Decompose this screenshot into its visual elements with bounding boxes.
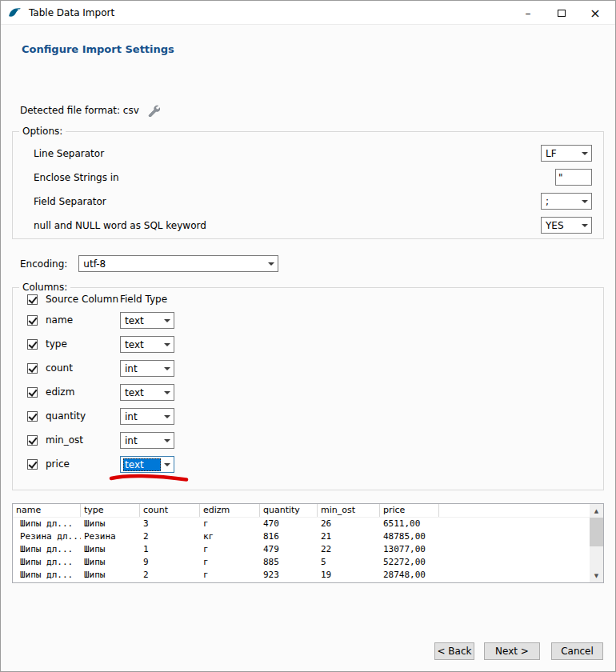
field-separator-select[interactable]: ; [541, 193, 592, 210]
preview-header-price[interactable]: price [380, 504, 439, 517]
column-checkbox[interactable] [27, 315, 38, 326]
window-controls: – × [511, 1, 612, 25]
columns-header-row: Source Column Field Type [27, 293, 592, 307]
cell-quantity: 885 [260, 556, 318, 569]
field-type-value: int [123, 410, 161, 423]
enclose-strings-input[interactable] [555, 169, 592, 186]
field-type-select[interactable]: text [120, 384, 174, 401]
wrench-icon[interactable] [147, 104, 160, 117]
column-checkbox[interactable] [27, 459, 38, 470]
field-type-select[interactable]: text [120, 336, 174, 353]
cell-type: Резина [81, 530, 140, 543]
column-name-label: price [46, 456, 70, 473]
chevron-down-icon [582, 200, 588, 203]
cancel-button[interactable]: Cancel [551, 642, 603, 660]
preview-header-min-ost[interactable]: min_ost [318, 504, 380, 517]
line-separator-select[interactable]: LF [541, 145, 592, 162]
table-row[interactable]: Шипы дл... Шипы 3 г 470 26 6511,00 [13, 518, 590, 530]
field-type-select[interactable]: text [120, 312, 174, 329]
scroll-up-icon[interactable]: ▲ [590, 504, 603, 518]
cell-quantity: 923 [260, 569, 318, 582]
cell-edizm: кг [200, 530, 260, 543]
field-type-select[interactable]: int [120, 360, 174, 377]
cell-min-ost: 19 [318, 569, 380, 582]
preview-header-count[interactable]: count [140, 504, 200, 517]
cell-type: Шипы [81, 556, 140, 569]
chevron-down-icon [164, 439, 170, 442]
cell-min-ost: 22 [318, 543, 380, 556]
vertical-scrollbar[interactable]: ▲ ▼ [590, 504, 603, 582]
column-row-name: name text [27, 312, 592, 329]
field-separator-row: Field Separator ; [34, 193, 592, 210]
field-type-select[interactable]: int [120, 432, 174, 449]
options-group-label: Options: [19, 126, 66, 137]
line-separator-label: Line Separator [34, 148, 104, 159]
column-row-quantity: quantity int [27, 408, 592, 425]
select-all-checkbox[interactable] [27, 294, 38, 305]
maximize-button[interactable] [545, 1, 578, 25]
null-keyword-select[interactable]: YES [541, 217, 592, 234]
column-row-edizm: edizm text [27, 384, 592, 401]
close-button[interactable]: × [578, 1, 612, 25]
wizard-footer: < Back Next > Cancel [434, 642, 603, 660]
column-checkbox[interactable] [27, 411, 38, 422]
page-title: Configure Import Settings [22, 43, 174, 55]
cell-edizm: г [200, 543, 260, 556]
preview-header-quantity[interactable]: quantity [260, 504, 318, 517]
column-row-min-ost: min_ost int [27, 432, 592, 449]
cell-count: 9 [140, 556, 200, 569]
field-type-select-price[interactable]: text [120, 456, 174, 473]
preview-header-edizm[interactable]: edizm [200, 504, 260, 517]
column-checkbox[interactable] [27, 339, 38, 350]
cell-price: 13077,00 [380, 543, 439, 556]
column-checkbox[interactable] [27, 387, 38, 398]
table-row[interactable]: Резина дл... Резина 2 кг 816 21 48785,00 [13, 530, 590, 543]
encoding-select[interactable]: utf-8 [78, 255, 278, 272]
cell-count: 1 [140, 543, 200, 556]
scrollbar-track[interactable] [590, 546, 603, 569]
field-type-value: int [123, 434, 161, 447]
column-checkbox[interactable] [27, 363, 38, 374]
preview-header-type[interactable]: type [81, 504, 140, 517]
scrollbar-thumb[interactable] [590, 518, 603, 546]
cell-filler [439, 518, 590, 530]
next-button[interactable]: Next > [484, 642, 540, 660]
column-name-label: type [46, 336, 67, 353]
cell-type: Шипы [81, 569, 140, 582]
cell-quantity: 816 [260, 530, 318, 543]
title-bar: Table Data Import – × [1, 1, 615, 25]
chevron-down-icon [164, 319, 170, 322]
window-title: Table Data Import [29, 7, 114, 18]
field-type-select[interactable]: int [120, 408, 174, 425]
field-separator-label: Field Separator [34, 196, 106, 207]
line-separator-row: Line Separator LF [34, 145, 592, 162]
cell-price: 6511,00 [380, 518, 439, 530]
columns-group: Columns: Source Column Field Type name t… [12, 287, 604, 490]
column-row-count: count int [27, 360, 592, 377]
scroll-down-icon[interactable]: ▼ [590, 569, 603, 582]
column-checkbox[interactable] [27, 435, 38, 446]
cell-quantity: 479 [260, 543, 318, 556]
encoding-label: Encoding: [20, 258, 67, 270]
table-row[interactable]: Шипы дл... Шипы 9 г 885 5 52272,00 [13, 556, 590, 569]
cell-edizm: г [200, 556, 260, 569]
table-row[interactable]: Шипы дл... Шипы 2 г 923 19 28748,00 [13, 569, 590, 582]
back-button[interactable]: < Back [434, 642, 474, 660]
cell-quantity: 470 [260, 518, 318, 530]
enclose-strings-label: Enclose Strings in [34, 172, 119, 183]
cell-min-ost: 26 [318, 518, 380, 530]
table-row[interactable]: Шипы дл... Шипы 1 г 479 22 13077,00 [13, 543, 590, 556]
column-name-label: quantity [46, 408, 86, 425]
column-name-label: min_ost [46, 432, 83, 449]
column-row-price: price text [27, 456, 592, 473]
cell-name: Резина дл... [13, 530, 81, 543]
cell-name: Шипы дл... [13, 556, 81, 569]
chevron-down-icon [582, 152, 588, 155]
cell-price: 28748,00 [380, 569, 439, 582]
field-type-value: text [123, 386, 161, 399]
minimize-button[interactable]: – [511, 1, 545, 25]
cell-min-ost: 21 [318, 530, 380, 543]
detected-format-label: Detected file format: csv [20, 105, 139, 116]
maximize-icon [558, 10, 566, 17]
preview-header-name[interactable]: name [13, 504, 81, 517]
